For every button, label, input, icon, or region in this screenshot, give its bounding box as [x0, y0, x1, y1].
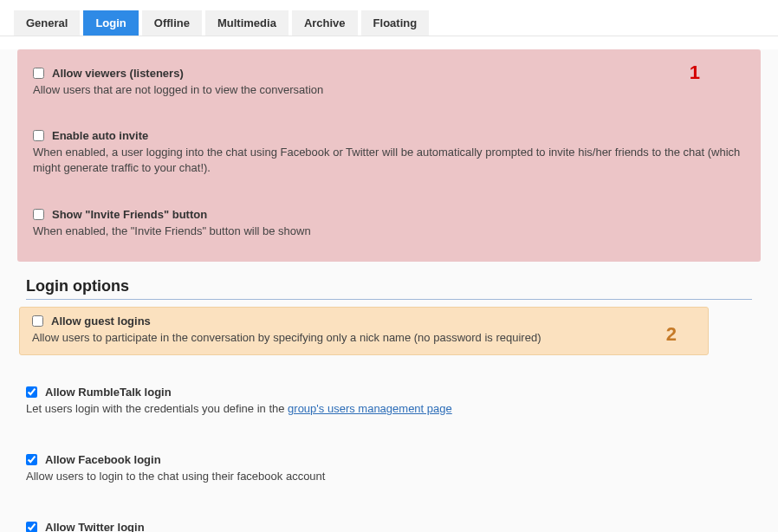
desc-allow-viewers: Allow users that are not logged in to vi…	[33, 82, 745, 98]
option-guest-logins: Allow guest logins Allow users to partic…	[30, 315, 697, 346]
label-invite-friends: Show "Invite Friends" button	[52, 208, 207, 221]
tabs-bar: General Login Offline Multimedia Archive…	[0, 0, 778, 36]
tab-archive[interactable]: Archive	[292, 10, 358, 36]
desc-guest-logins: Allow users to participate in the conver…	[32, 330, 696, 346]
tab-multimedia[interactable]: Multimedia	[205, 10, 289, 36]
checkbox-allow-viewers[interactable]	[33, 68, 44, 79]
checkbox-twitter-login[interactable]	[26, 522, 37, 532]
tab-login[interactable]: Login	[83, 10, 138, 36]
checkbox-guest-logins[interactable]	[32, 315, 43, 327]
desc-auto-invite: When enabled, a user logging into the ch…	[33, 145, 745, 176]
desc-invite-friends: When enabled, the "Invite Friends" butto…	[33, 224, 745, 239]
tab-offline[interactable]: Offline	[142, 10, 202, 36]
label-rumbletalk-login: Allow RumbleTalk login	[45, 386, 172, 399]
option-allow-viewers: Allow viewers (listeners) Allow users th…	[29, 58, 749, 105]
option-twitter-login: Allow Twitter login Allow users to login…	[0, 508, 778, 532]
desc-rumbletalk-login: Let users login with the credentials you…	[26, 401, 752, 417]
annotation-2: 2	[666, 323, 677, 346]
checkbox-rumbletalk-login[interactable]	[26, 386, 37, 398]
desc-facebook-login: Allow users to login to the chat using t…	[26, 469, 752, 484]
checkbox-invite-friends[interactable]	[33, 209, 44, 220]
tab-general[interactable]: General	[14, 10, 80, 36]
highlighted-section-2: 2 Allow guest logins Allow users to part…	[19, 307, 709, 355]
link-group-users-management[interactable]: group's users management page	[288, 402, 452, 415]
content-panel: 1 Allow viewers (listeners) Allow users …	[0, 49, 778, 532]
checkbox-auto-invite[interactable]	[33, 130, 44, 141]
label-twitter-login: Allow Twitter login	[45, 521, 145, 532]
option-rumbletalk-login: Allow RumbleTalk login Let users login w…	[0, 373, 778, 421]
tab-floating[interactable]: Floating	[361, 10, 430, 36]
label-allow-viewers: Allow viewers (listeners)	[52, 67, 184, 80]
option-facebook-login: Allow Facebook login Allow users to logi…	[0, 440, 778, 489]
checkbox-facebook-login[interactable]	[26, 454, 37, 465]
annotation-1: 1	[690, 62, 700, 84]
label-auto-invite: Enable auto invite	[52, 129, 148, 142]
option-invite-friends: Show "Invite Friends" button When enable…	[29, 199, 749, 246]
label-facebook-login: Allow Facebook login	[45, 453, 161, 466]
option-auto-invite: Enable auto invite When enabled, a user …	[29, 120, 749, 183]
section-heading-row: Login options	[26, 277, 752, 300]
label-guest-logins: Allow guest logins	[51, 315, 151, 328]
login-options-heading: Login options	[26, 277, 129, 295]
highlighted-section-1: 1 Allow viewers (listeners) Allow users …	[17, 49, 761, 262]
